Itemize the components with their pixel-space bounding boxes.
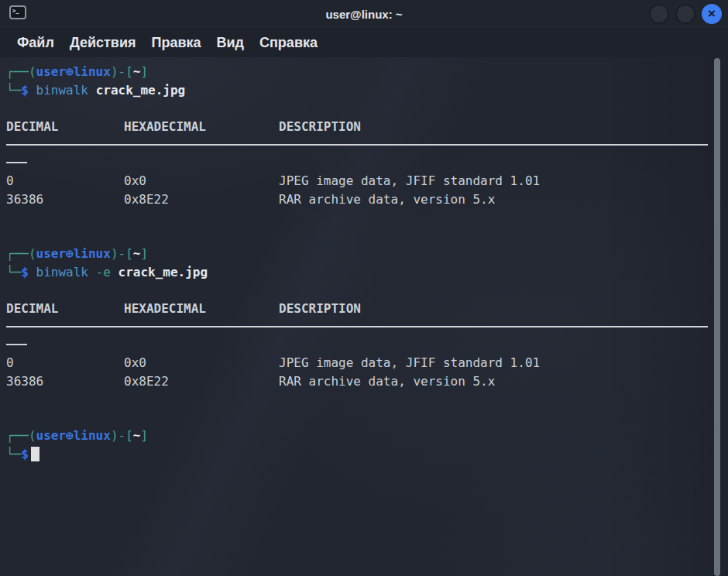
prompt-frame: ]: [140, 64, 148, 79]
cell-decimal: 0: [6, 173, 124, 188]
prompt-path: ~: [133, 64, 141, 79]
blank-line: [6, 99, 708, 118]
command-segment: [88, 265, 96, 279]
command-segment: binwalk: [36, 265, 88, 279]
prompt-header-line: ┌──(user⊕linux)-[~]: [6, 427, 708, 445]
menu-item-view[interactable]: Вид: [209, 32, 252, 54]
menu-bar: Файл Действия Правка Вид Справка: [0, 28, 728, 57]
window-controls: ×: [649, 4, 722, 24]
blank-line: [6, 390, 708, 409]
prompt-command-line: └─$ binwalk -e crack_me.jpg: [6, 263, 708, 282]
table-header-line: DECIMALHEXADECIMALDESCRIPTION: [6, 118, 708, 136]
prompt-dollar: $: [21, 447, 29, 461]
table-separator-wrap-line: [6, 154, 708, 173]
prompt-frame: )-[: [111, 428, 133, 443]
prompt-user: user: [36, 246, 67, 261]
table-separator-line: [6, 317, 708, 336]
prompt-user: user: [36, 428, 67, 443]
cell-hexadecimal: 0x8E22: [124, 192, 279, 207]
separator-rule-stub: [6, 162, 27, 163]
cell-hexadecimal: 0x8E22: [124, 374, 279, 389]
maximize-button[interactable]: [675, 4, 695, 24]
table-separator-line: [6, 135, 708, 154]
prompt-frame: )-[: [111, 246, 133, 261]
blank-line: [6, 409, 708, 427]
table-header-line: DECIMALHEXADECIMALDESCRIPTION: [6, 300, 708, 318]
prompt-frame: └─: [6, 83, 21, 98]
prompt-user: user: [36, 64, 67, 79]
window-title: user@linux: ~: [0, 8, 728, 21]
separator-rule: [6, 144, 708, 146]
prompt-cursor-line: └─$: [6, 445, 708, 464]
prompt-frame: ]: [140, 428, 148, 443]
menu-item-file[interactable]: Файл: [9, 32, 62, 54]
table-row: 363860x8E22RAR archive data, version 5.x: [6, 190, 708, 209]
separator-rule-stub: [6, 344, 27, 345]
column-header-description: DESCRIPTION: [279, 301, 708, 316]
kali-at-icon: ⊕: [66, 428, 74, 443]
cell-description: JPEG image data, JFIF standard 1.01: [279, 173, 708, 188]
terminal-content[interactable]: ┌──(user⊕linux)-[~]└─$ binwalk crack_me.…: [6, 57, 708, 576]
command-segment: -e: [96, 265, 111, 279]
terminal-text: [29, 83, 36, 98]
prompt-header-line: ┌──(user⊕linux)-[~]: [6, 245, 708, 263]
command-segment: binwalk: [36, 83, 88, 98]
column-header-decimal: DECIMAL: [6, 301, 124, 316]
cell-hexadecimal: 0x0: [124, 355, 279, 370]
cell-description: RAR archive data, version 5.x: [279, 192, 708, 207]
command-segment: [88, 83, 96, 98]
column-header-decimal: DECIMAL: [6, 119, 124, 134]
prompt-frame: ┌──(: [6, 428, 36, 443]
command-segment: crack_me.jpg: [118, 265, 208, 279]
table-row: 00x0JPEG image data, JFIF standard 1.01: [6, 172, 708, 190]
column-header-description: DESCRIPTION: [279, 119, 708, 134]
table-row: 363860x8E22RAR archive data, version 5.x: [6, 372, 708, 391]
prompt-host: linux: [74, 428, 111, 443]
command-segment: [111, 265, 118, 279]
column-header-hexadecimal: HEXADECIMAL: [124, 301, 279, 316]
blank-line: [6, 227, 708, 245]
menu-item-help[interactable]: Справка: [252, 32, 325, 54]
kali-at-icon: ⊕: [66, 246, 74, 261]
prompt-frame: ┌──(: [6, 64, 36, 79]
prompt-host: linux: [74, 64, 111, 79]
blank-line: [6, 281, 708, 300]
table-separator-wrap-line: [6, 336, 708, 355]
menu-item-edit[interactable]: Правка: [143, 32, 208, 54]
prompt-frame: └─: [6, 265, 21, 279]
column-header-hexadecimal: HEXADECIMAL: [124, 119, 279, 134]
cell-decimal: 0: [6, 355, 124, 370]
prompt-command-line: └─$ binwalk crack_me.jpg: [6, 81, 708, 100]
close-button[interactable]: ×: [702, 4, 722, 24]
prompt-path: ~: [133, 246, 141, 261]
prompt-frame: ┌──(: [6, 246, 36, 261]
prompt-dollar: $: [21, 83, 29, 98]
prompt-frame: )-[: [111, 64, 133, 79]
prompt-frame: └─: [6, 447, 21, 461]
prompt-frame: ]: [140, 246, 148, 261]
cell-description: RAR archive data, version 5.x: [279, 374, 708, 389]
prompt-dollar: $: [21, 265, 29, 279]
prompt-host: linux: [74, 246, 111, 261]
scrollbar: [714, 58, 720, 576]
terminal-window: user@linux: ~ × Файл Действия Правка Вид…: [0, 0, 728, 576]
blank-line: [6, 208, 708, 227]
scrollbar-thumb[interactable]: [714, 58, 720, 576]
cell-decimal: 36386: [6, 374, 124, 389]
title-bar: user@linux: ~ ×: [0, 0, 728, 28]
close-icon: ×: [708, 7, 716, 20]
cell-decimal: 36386: [6, 192, 124, 207]
command-segment: crack_me.jpg: [96, 83, 186, 98]
cell-hexadecimal: 0x0: [124, 173, 279, 188]
menu-item-actions[interactable]: Действия: [62, 32, 144, 54]
cell-description: JPEG image data, JFIF standard 1.01: [279, 355, 708, 370]
terminal-cursor: [31, 447, 39, 461]
table-row: 00x0JPEG image data, JFIF standard 1.01: [6, 354, 708, 372]
separator-rule: [6, 326, 708, 327]
minimize-button[interactable]: [649, 4, 669, 24]
prompt-path: ~: [133, 428, 141, 443]
prompt-header-line: ┌──(user⊕linux)-[~]: [6, 63, 708, 81]
terminal-text: [29, 265, 36, 279]
kali-at-icon: ⊕: [66, 64, 74, 79]
